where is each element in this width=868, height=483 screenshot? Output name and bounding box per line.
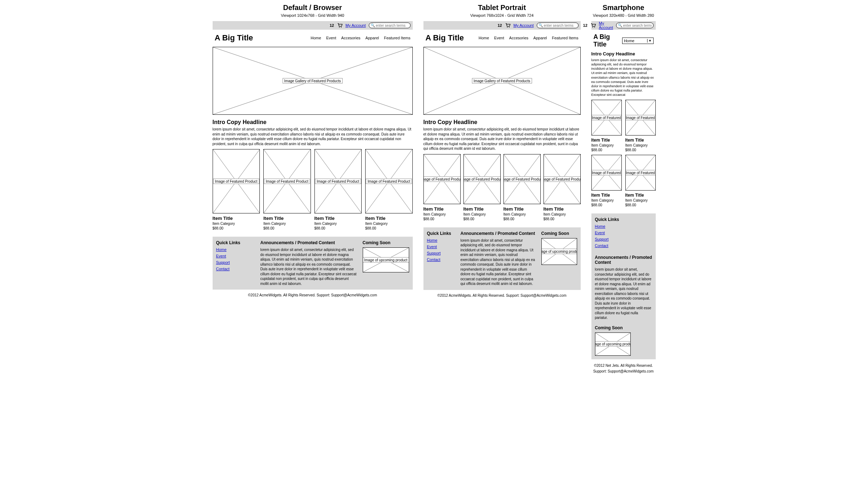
device-title-tablet: Tablet Portrait <box>478 4 526 12</box>
intro-headline: Intro Copy Headline <box>423 119 581 125</box>
product-card[interactable]: Image of Featured ProductItem TitleItem … <box>504 154 541 221</box>
cart-icon[interactable] <box>505 23 511 28</box>
nav-item[interactable]: Event <box>494 36 504 40</box>
footer-link[interactable]: Contact <box>595 243 652 248</box>
copyright: ©2012 AcmeWidgets. All Rights Reserved. … <box>423 294 581 297</box>
search-icon: 🔍 <box>618 24 622 27</box>
search-input[interactable] <box>376 24 409 28</box>
intro-headline: Intro Copy Headline <box>591 51 656 56</box>
utility-bar: 12 My Account 🔍 <box>591 21 656 30</box>
my-account-link[interactable]: My Account <box>346 23 366 28</box>
product-price: $88.00 <box>213 226 260 230</box>
site-title: A Big Title <box>426 33 464 43</box>
site-title: A Big Title <box>215 33 253 43</box>
product-image-placeholder: Image of Featured Product <box>365 149 413 213</box>
nav-item[interactable]: Home <box>311 36 321 40</box>
svg-point-28 <box>592 27 593 28</box>
svg-point-29 <box>594 27 595 28</box>
device-title-phone: Smartphone <box>602 4 644 12</box>
search-field[interactable]: 🔍 <box>369 23 411 28</box>
chevron-down-icon: ▼ <box>647 39 652 43</box>
product-card[interactable]: Image of Featured ProductItem TitleItem … <box>463 154 501 221</box>
nav-item[interactable]: Accesories <box>341 36 361 40</box>
footer-link[interactable]: Support <box>427 251 456 255</box>
coming-soon-heading: Coming Soon <box>363 240 409 245</box>
svg-point-15 <box>509 27 510 28</box>
device-subtitle-desktop: Viewport 1024x768 - Grid Width 940 <box>281 13 344 18</box>
primary-nav: Home Event Accesories Apparel Featured I… <box>311 36 410 40</box>
product-card[interactable]: Image of FeaturedItem TitleItem Category… <box>591 100 622 152</box>
intro-headline: Intro Copy Headline <box>213 119 413 125</box>
my-account-link[interactable]: My Account <box>514 23 534 28</box>
device-title-desktop: Default / Browser <box>283 4 342 12</box>
product-image-placeholder: Image of Featured Product <box>314 149 362 213</box>
copyright: ©2012 Net Jets. All Rights Reserved. Sup… <box>591 363 656 374</box>
footer-link[interactable]: Contact <box>216 267 256 271</box>
product-card[interactable]: Image of Featured Product Item Title Ite… <box>213 149 260 230</box>
svg-point-1 <box>341 27 342 28</box>
footer-block: Quick Links Home Event Support Contact A… <box>213 237 413 290</box>
product-card[interactable]: Image of Featured Product Item TitleItem… <box>314 149 362 230</box>
search-input[interactable] <box>544 24 577 28</box>
intro-copy: lorem ipsum dolor sit amet, consectetur … <box>591 58 656 97</box>
utility-bar: 12 My Account 🔍 <box>423 21 581 30</box>
nav-item[interactable]: Event <box>326 36 336 40</box>
footer-block: Quick Links Home Event Support Contact A… <box>423 227 581 290</box>
search-icon: 🔍 <box>371 24 375 27</box>
product-card[interactable]: Image of Featured ProductItem TitleItem … <box>423 154 461 221</box>
footer-link[interactable]: Event <box>427 245 456 249</box>
product-card[interactable]: Image of FeaturedItem TitleItem Category… <box>591 155 622 207</box>
footer-block: Quick Links Home Event Support Contact A… <box>591 213 656 359</box>
product-card[interactable]: Image of Featured Product Item TitleItem… <box>365 149 413 230</box>
copyright: ©2012 AcmeWidgets. All Rights Reserved. … <box>213 293 413 297</box>
footer-link[interactable]: Contact <box>427 257 456 262</box>
coming-soon-image-placeholder: Image of upcoming product <box>363 247 409 272</box>
cart-count: 12 <box>329 23 334 28</box>
site-title: A Big Title <box>594 33 622 48</box>
product-card[interactable]: Image of Featured ProductItem TitleItem … <box>544 154 581 221</box>
product-card[interactable]: Image of FeaturedItem TitleItem Category… <box>625 100 656 152</box>
quick-links-heading: Quick Links <box>216 240 256 245</box>
nav-item[interactable]: Apparel <box>534 36 547 40</box>
utility-bar: 12 My Account 🔍 <box>213 21 413 30</box>
hero-label: Image Gallery of Featured Products <box>282 78 342 84</box>
footer-link[interactable]: Event <box>216 254 256 258</box>
my-account-link[interactable]: My Account <box>599 21 613 30</box>
svg-point-14 <box>507 27 507 28</box>
cart-count: 12 <box>497 23 502 28</box>
footer-link[interactable]: Home <box>216 247 256 252</box>
search-input[interactable] <box>623 24 652 28</box>
cart-count: 12 <box>583 23 587 28</box>
footer-link[interactable]: Home <box>595 224 652 228</box>
cart-icon[interactable] <box>337 23 343 28</box>
nav-item[interactable]: Featured Items <box>384 36 411 40</box>
hero-gallery-placeholder: Image Gallery of Featured Products <box>423 47 581 115</box>
product-card[interactable]: Image of Featured Product Item TitleItem… <box>263 149 311 230</box>
nav-item[interactable]: Accesories <box>509 36 529 40</box>
footer-link[interactable]: Support <box>216 260 256 265</box>
hero-gallery-placeholder: Image Gallery of Featured Products <box>213 47 413 115</box>
device-subtitle-tablet: Viewport 768x1024 - Grid Width 724 <box>470 13 534 18</box>
product-card[interactable]: Image of FeaturedItem TitleItem Category… <box>625 155 656 207</box>
device-subtitle-phone: Viewport 320x480 - Grid Width 280 <box>593 13 654 18</box>
nav-item[interactable]: Home <box>478 36 489 40</box>
announcements-copy: lorem ipsum dolor sit amet, consectetur … <box>261 247 358 286</box>
announcements-heading: Announcements / Promoted Content <box>261 240 358 245</box>
search-field[interactable]: 🔍 <box>537 23 579 28</box>
nav-item[interactable]: Featured Items <box>552 36 579 40</box>
search-icon: 🔍 <box>539 24 543 27</box>
product-image-placeholder: Image of Featured Product <box>213 149 260 213</box>
product-category: Item Category <box>213 222 260 226</box>
intro-copy: lorem ipsum dolor sit amet, consectetur … <box>423 127 581 151</box>
nav-dropdown-value: Home <box>624 39 634 43</box>
cart-icon[interactable] <box>590 23 596 28</box>
search-field[interactable]: 🔍 <box>616 23 654 28</box>
product-title: Item Title <box>213 216 260 221</box>
intro-copy: lorem ipsum dolor sit amet, consectetur … <box>213 127 413 146</box>
footer-link[interactable]: Support <box>595 237 652 241</box>
nav-item[interactable]: Apparel <box>366 36 379 40</box>
footer-link[interactable]: Event <box>595 231 652 235</box>
nav-dropdown[interactable]: Home ▼ <box>622 38 654 44</box>
footer-link[interactable]: Home <box>427 238 456 242</box>
svg-point-0 <box>339 27 339 28</box>
